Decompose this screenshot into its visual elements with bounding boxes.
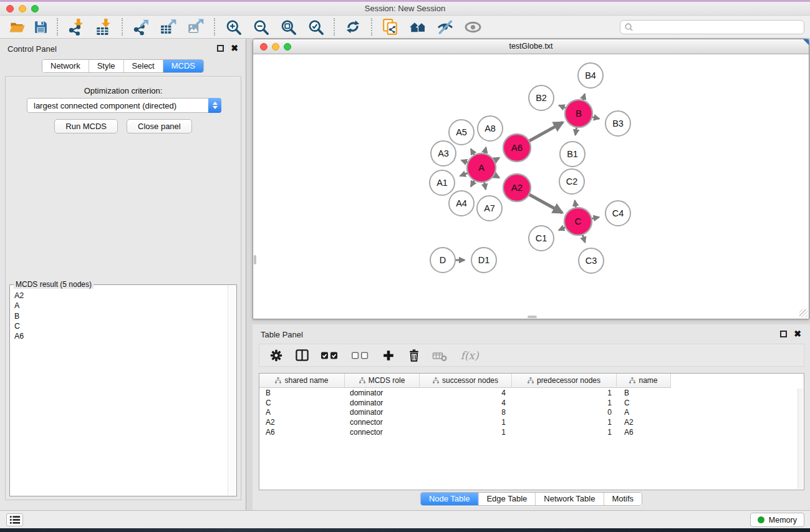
- toggle-columns-button[interactable]: [294, 347, 310, 364]
- export-table-button[interactable]: [155, 17, 182, 37]
- zoom-selected-button[interactable]: [302, 17, 329, 37]
- graph-node-C4[interactable]: C4: [605, 201, 630, 226]
- zoom-fit-button[interactable]: [274, 17, 302, 37]
- clone-network-button[interactable]: [377, 17, 404, 37]
- run-mcds-button[interactable]: Run MCDS: [54, 119, 118, 133]
- fx-icon: f(x): [460, 349, 478, 362]
- export-network-button[interactable]: [127, 17, 155, 37]
- vertical-scroll-thumb[interactable]: [254, 255, 256, 264]
- graph-node-A[interactable]: A: [467, 153, 496, 182]
- import-network-button[interactable]: [62, 17, 90, 37]
- network-minimize-button[interactable]: [272, 43, 279, 51]
- graph-node-A3[interactable]: A3: [431, 141, 456, 166]
- task-history-button[interactable]: [6, 513, 23, 526]
- mcds-result-item[interactable]: B: [14, 311, 232, 321]
- table-row[interactable]: A6connector11A6: [259, 427, 804, 437]
- open-session-button[interactable]: [5, 17, 29, 37]
- graph-node-A4[interactable]: A4: [449, 191, 474, 216]
- network-window-titlebar[interactable]: testGlobe.txt: [253, 39, 809, 54]
- optimization-criterion-label: Optimization criterion:: [6, 86, 241, 95]
- mcds-result-item[interactable]: A: [14, 301, 232, 311]
- graph-node-A6[interactable]: A6: [503, 134, 531, 162]
- maximize-window-button[interactable]: [31, 5, 39, 12]
- hide-details-button[interactable]: [432, 17, 459, 37]
- tab-mcds[interactable]: MCDS: [163, 60, 203, 72]
- mcds-result-item[interactable]: A2: [14, 291, 232, 301]
- memory-button[interactable]: Memory: [750, 513, 804, 527]
- tab-network[interactable]: Network: [42, 60, 89, 72]
- graph-node-B[interactable]: B: [565, 100, 592, 127]
- graph-node-A8[interactable]: A8: [478, 116, 503, 141]
- zoom-in-button[interactable]: [219, 17, 247, 37]
- resize-grip-icon[interactable]: [799, 309, 808, 317]
- zoom-out-button[interactable]: [247, 17, 274, 37]
- save-session-button[interactable]: [29, 17, 52, 37]
- minimize-window-button[interactable]: [19, 5, 26, 12]
- criterion-dropdown[interactable]: largest connected component (directed): [27, 98, 221, 113]
- deselect-all-checkboxes-button[interactable]: [350, 347, 371, 364]
- graph-node-D1[interactable]: D1: [471, 248, 496, 273]
- graph-node-B1[interactable]: B1: [560, 142, 585, 167]
- network-canvas[interactable]: B4B2BB3A8A5A6A3B1AC2A1A2A4A7C4CC1DD1C3: [253, 54, 809, 319]
- graph-node-C[interactable]: C: [564, 208, 592, 235]
- close-window-button[interactable]: [6, 5, 14, 12]
- refresh-layout-button[interactable]: [339, 17, 367, 37]
- column-header[interactable]: shared name: [259, 374, 345, 388]
- table-row[interactable]: Cdominator41C: [259, 398, 804, 408]
- tab-network-table[interactable]: Network Table: [535, 493, 603, 505]
- table-scrollbar[interactable]: [798, 389, 803, 489]
- horizontal-scroll-thumb[interactable]: [528, 316, 537, 318]
- graph-node-A7[interactable]: A7: [477, 196, 502, 221]
- import-table-button[interactable]: [90, 17, 117, 37]
- show-details-button[interactable]: [459, 17, 486, 37]
- double-home-icon: [409, 18, 427, 36]
- close-table-panel-icon[interactable]: ✖: [794, 330, 801, 337]
- mcds-result-item[interactable]: C: [14, 321, 232, 331]
- column-header[interactable]: name: [617, 374, 671, 388]
- delete-column-button[interactable]: [406, 347, 422, 364]
- column-header[interactable]: successor nodes: [420, 374, 512, 388]
- search-input[interactable]: [634, 23, 800, 32]
- checked-boxes-icon: [321, 350, 339, 361]
- graph-node-A2[interactable]: A2: [503, 174, 531, 201]
- home-button[interactable]: [404, 17, 432, 37]
- graph-node-A1[interactable]: A1: [430, 170, 455, 195]
- result-scrollbar[interactable]: [228, 286, 236, 495]
- network-graph[interactable]: B4B2BB3A8A5A6A3B1AC2A1A2A4A7C4CC1DD1C3: [253, 54, 809, 319]
- tab-select[interactable]: Select: [123, 60, 163, 72]
- table-cell: 0: [512, 408, 617, 417]
- tab-motifs[interactable]: Motifs: [603, 493, 642, 505]
- search-field[interactable]: [620, 20, 804, 34]
- tab-style[interactable]: Style: [89, 60, 123, 72]
- graph-node-C2[interactable]: C2: [559, 169, 584, 194]
- table-settings-button[interactable]: [268, 347, 284, 364]
- export-image-button[interactable]: [182, 17, 210, 37]
- graph-node-B2[interactable]: B2: [529, 85, 554, 110]
- add-column-button[interactable]: [380, 347, 397, 364]
- table-cell: 1: [420, 428, 512, 437]
- close-panel-button[interactable]: Close panel: [127, 119, 192, 133]
- table-row[interactable]: Adominator80A: [259, 408, 804, 418]
- close-panel-icon[interactable]: ✖: [231, 44, 238, 52]
- float-panel-icon[interactable]: [217, 45, 224, 52]
- table-row[interactable]: A2connector11A2: [259, 417, 804, 427]
- tab-edge-table[interactable]: Edge Table: [478, 493, 535, 505]
- graph-node-D[interactable]: D: [430, 248, 455, 273]
- graph-node-C1[interactable]: C1: [529, 226, 554, 251]
- table-row[interactable]: Bdominator41B: [259, 388, 804, 398]
- mcds-result-item[interactable]: A6: [14, 331, 232, 341]
- column-header[interactable]: predecessor nodes: [512, 374, 617, 388]
- network-close-button[interactable]: [260, 43, 268, 51]
- select-all-checkboxes-button[interactable]: [319, 347, 340, 364]
- delete-table-button[interactable]: [432, 347, 448, 364]
- graph-node-A5[interactable]: A5: [449, 120, 474, 145]
- column-header[interactable]: MCDS role: [345, 374, 420, 388]
- graph-node-label: D: [440, 255, 446, 265]
- tab-node-table[interactable]: Node Table: [421, 493, 478, 505]
- graph-node-C3[interactable]: C3: [579, 248, 604, 273]
- function-builder-button[interactable]: f(x): [457, 347, 482, 364]
- network-maximize-button[interactable]: [284, 43, 291, 51]
- graph-node-B4[interactable]: B4: [578, 63, 603, 88]
- graph-node-B3[interactable]: B3: [605, 111, 630, 136]
- float-table-panel-icon[interactable]: [780, 331, 787, 337]
